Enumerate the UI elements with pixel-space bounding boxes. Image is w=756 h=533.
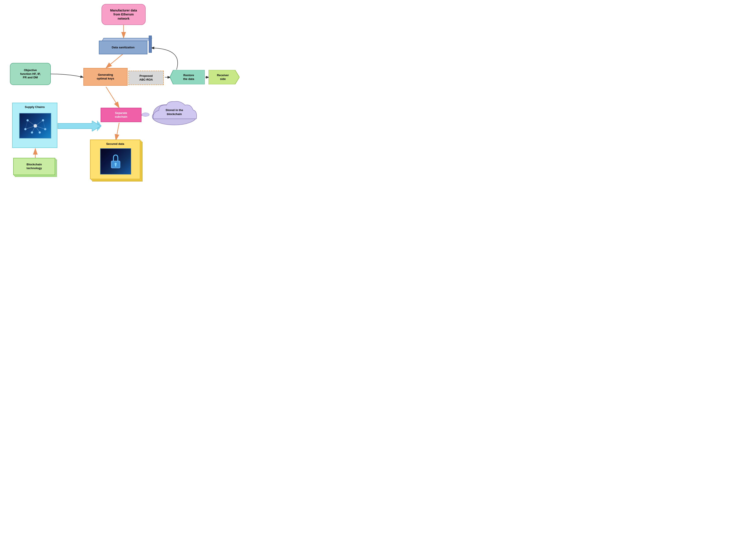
diagram-container: Manufacturer data from Etherum network D…: [0, 0, 265, 188]
svg-point-39: [115, 163, 117, 165]
cloud-label: Stored in the blockchain: [166, 108, 183, 116]
secured-image: [100, 148, 131, 175]
lock-icon: [109, 153, 122, 170]
manufacturer-label: Manufacturer data from Etherum network: [110, 8, 137, 20]
svg-line-29: [43, 120, 45, 129]
abc-roa-label: Proposed ABC-ROA: [139, 74, 153, 82]
svg-line-25: [35, 126, 45, 129]
network-svg: [21, 115, 50, 137]
objective-label: Objective function HF, IP, FR and DM: [20, 69, 40, 80]
supply-title: Supply Chains: [13, 105, 57, 109]
svg-marker-30: [58, 121, 101, 131]
svg-rect-40: [115, 165, 116, 166]
supply-arrow-svg: [58, 121, 101, 131]
manufacturer-box: Manufacturer data from Etherum network: [101, 4, 146, 25]
svg-line-27: [35, 126, 40, 132]
secured-title: Secured data: [91, 142, 140, 146]
svg-line-22: [28, 120, 35, 126]
restore-label: Restore the data: [183, 73, 194, 81]
svg-line-5: [106, 87, 119, 108]
optimal-keys-label: Generating optimal keys: [97, 73, 114, 81]
receiver-label: Receiver side: [217, 73, 229, 81]
subchain-label: Separate subchain: [115, 111, 127, 119]
subchain-box: Separate subchain: [101, 108, 142, 122]
objective-box: Objective function HF, IP, FR and DM: [10, 63, 51, 85]
abc-roa-box: Proposed ABC-ROA: [128, 70, 164, 85]
supply-chains-box: Supply Chains: [12, 103, 57, 148]
sanitization-container: Data sanitization: [99, 38, 152, 56]
blockchain-cloud: Stored in the blockchain: [148, 99, 201, 126]
secured-data-stack: Secured data: [90, 140, 145, 184]
blockchain-tech-label: Blockchain technology: [26, 163, 42, 170]
svg-line-28: [25, 120, 28, 129]
svg-line-6: [116, 123, 119, 140]
sanitization-label: Data sanitization: [112, 46, 134, 49]
blockchain-tech-stack: Blockchain technology: [13, 158, 57, 180]
supply-image: [19, 113, 51, 138]
supply-arrow: [58, 121, 101, 131]
restore-box: Restore the data: [170, 70, 205, 84]
svg-line-23: [35, 120, 43, 126]
optimal-keys-box: Generating optimal keys: [83, 68, 127, 86]
receiver-box: Receiver side: [208, 70, 239, 84]
subchain-connector: [142, 113, 149, 117]
